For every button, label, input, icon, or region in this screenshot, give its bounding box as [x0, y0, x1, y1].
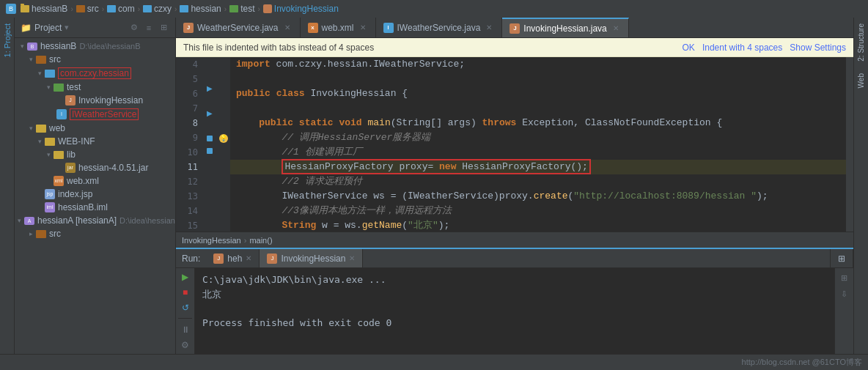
- tab-close-webxml[interactable]: ✕: [358, 23, 368, 33]
- notification-settings[interactable]: Show Settings: [790, 42, 846, 53]
- tree-item-src2[interactable]: ▸ src: [15, 227, 175, 240]
- tree-item-package[interactable]: ▾ com.czxy.hessian: [15, 66, 175, 81]
- sidebar-actions: ⚙ ≡ ⊞: [128, 22, 169, 34]
- run-tab-close-heh[interactable]: ✕: [246, 254, 251, 262]
- run-output: C:\java\jdk\JDK\bin\java.exe ... 北京 Proc…: [195, 268, 834, 354]
- title-bar: B hessianB › src › com › czxy ›: [0, 0, 868, 18]
- tree-label-hessianA: hessianA [hessianA]: [37, 215, 117, 226]
- bottom-right-btn-1[interactable]: ⊞: [838, 271, 851, 284]
- right-scrollbar[interactable]: [846, 57, 853, 232]
- code-line-7: [230, 101, 846, 116]
- code-line-10: //1 创建调用工厂: [230, 145, 846, 160]
- tab-icon-weatherservice: J: [183, 23, 194, 33]
- tree-arrow-src[interactable]: ▾: [26, 55, 35, 64]
- status-url: http://blog.csdn.net @61CTO博客: [742, 357, 862, 368]
- run-content-area: ▶ ■ ↺ ⏸ ⚙ C:\java\jdk\JDK\bin\java.exe .…: [176, 268, 853, 354]
- tab-weatherservice[interactable]: J WeatherService.java ✕: [176, 18, 301, 37]
- tree-arrow-package[interactable]: ▾: [35, 69, 44, 78]
- tab-invokinghessian[interactable]: J InvokingHessian.java ✕: [502, 18, 628, 37]
- gutter-arrow-8[interactable]: ▶: [207, 109, 213, 117]
- run-panel-expand[interactable]: ⊞: [830, 249, 853, 267]
- sidebar-action-collapse[interactable]: ⊞: [158, 22, 169, 34]
- run-tab-close-invoking[interactable]: ✕: [349, 254, 355, 262]
- code-line-4: import com.czxy.hessian.IWeatherService;: [230, 57, 846, 72]
- tree-item-jsp[interactable]: ▸ jsp index.jsp: [15, 188, 175, 201]
- bottom-panel: Run: J heh ✕ J InvokingHessian ✕ ⊞: [176, 248, 853, 354]
- code-content[interactable]: import com.czxy.hessian.IWeatherService;…: [230, 57, 846, 232]
- tab-close-iweatherservice[interactable]: ✕: [484, 23, 494, 33]
- tree-icon-webxml: xml: [53, 176, 65, 186]
- tree-item-jar[interactable]: ▸ jar hessian-4.0.51.jar: [15, 161, 175, 174]
- tab-close-weatherservice[interactable]: ✕: [282, 23, 293, 33]
- tree-item-test[interactable]: ▾ test: [15, 81, 175, 94]
- tab-icon-webxml: x: [308, 23, 318, 33]
- tree-arrow-webinf[interactable]: ▾: [35, 137, 44, 146]
- tree-label-iml: hessianB.iml: [58, 202, 108, 212]
- tree-arrow-src2[interactable]: ▸: [26, 229, 35, 238]
- tree-icon-webinf: [44, 136, 56, 147]
- tree-icon-package: [44, 68, 56, 78]
- tab-webxml[interactable]: x web.xml ✕: [301, 18, 376, 37]
- tree-icon-hessianB: B: [26, 41, 38, 51]
- tree-item-lib[interactable]: ▾ lib: [15, 148, 175, 161]
- tree-item-hessianB[interactable]: ▾ B hessianB D:\idea\hessianB: [15, 40, 175, 53]
- gutter-arrow-6[interactable]: ▶: [207, 84, 213, 92]
- run-btn-rerun[interactable]: ↺: [179, 302, 192, 314]
- tree-arrow-lib[interactable]: ▾: [44, 150, 53, 159]
- run-btn-stop[interactable]: ■: [179, 286, 192, 299]
- tree-item-iweather[interactable]: ▸ I IWeatherService: [15, 107, 175, 122]
- sidebar-header: 📁 Project ▾ ⚙ ≡ ⊞: [15, 18, 175, 38]
- run-btn-settings[interactable]: ⚙: [179, 338, 192, 351]
- tab-close-invokinghessian[interactable]: ✕: [611, 23, 621, 34]
- tree-item-invoking[interactable]: ▸ J InvokingHessian: [15, 94, 175, 107]
- gutter-bulb-10[interactable]: 💡: [219, 134, 228, 143]
- tree-arrow-test[interactable]: ▾: [44, 83, 53, 92]
- tree-label-iweather: IWeatherService: [70, 108, 139, 120]
- notification-ok[interactable]: OK: [683, 42, 695, 53]
- tree-item-webinf[interactable]: ▾ WEB-INF: [15, 135, 175, 148]
- code-line-6: public class InvokingHessian {: [230, 86, 846, 101]
- notification-bar: This file is indented with tabs instead …: [176, 38, 853, 57]
- breadcrumb-project-name: hessianB: [32, 4, 67, 14]
- notification-indent[interactable]: Indent with 4 spaces: [702, 42, 782, 53]
- breadcrumb-method: main(): [249, 236, 272, 245]
- code-line-13: IWeatherService ws = (IWeatherService)pr…: [230, 189, 846, 204]
- tab-label-webxml: web.xml: [322, 23, 354, 33]
- tree-arrow-web[interactable]: ▾: [26, 124, 35, 133]
- code-line-9: // 调用HessianServer服务器端: [230, 130, 846, 145]
- tree-item-web[interactable]: ▾ web: [15, 122, 175, 135]
- tree-label-package: com.czxy.hessian: [58, 67, 131, 79]
- tree-label-jsp: index.jsp: [58, 189, 92, 199]
- tree-item-iml[interactable]: ▸ iml hessianB.iml: [15, 201, 175, 214]
- editor-tabs: J WeatherService.java ✕ x web.xml ✕ I IW…: [176, 18, 853, 38]
- bottom-right-btn-2[interactable]: ⇩: [838, 287, 851, 300]
- tree-label-invoking: InvokingHessian: [78, 95, 143, 106]
- project-tree: ▾ B hessianB D:\idea\hessianB ▾ src ▾: [15, 38, 175, 354]
- sidebar-action-scroll[interactable]: ≡: [143, 22, 155, 34]
- vtab-web[interactable]: Web: [856, 67, 867, 94]
- tree-label-hessianB: hessianB: [40, 41, 76, 51]
- notification-actions: OK Indent with 4 spaces Show Settings: [683, 42, 846, 53]
- run-btn-pause[interactable]: ⏸: [179, 323, 192, 336]
- content-area: J WeatherService.java ✕ x web.xml ✕ I IW…: [176, 18, 853, 354]
- sidebar-action-settings[interactable]: ⚙: [128, 22, 140, 34]
- tab-iweatherservice[interactable]: I IWeatherService.java ✕: [376, 18, 503, 37]
- tree-label-lib: lib: [67, 149, 76, 160]
- tree-arrow-hessianA[interactable]: ▾: [15, 216, 23, 225]
- run-label: Run:: [176, 254, 206, 264]
- run-tabs: Run: J heh ✕ J InvokingHessian ✕ ⊞: [176, 249, 853, 268]
- run-tab-invoking[interactable]: J InvokingHessian ✕: [260, 249, 363, 267]
- run-tab-label-invoking: InvokingHessian: [281, 254, 345, 264]
- vtab-project[interactable]: 1: Project: [1, 18, 14, 63]
- sidebar-title: 📁 Project ▾: [21, 23, 69, 33]
- tab-icon-iweatherservice: I: [383, 23, 394, 33]
- tree-item-hessianA[interactable]: ▾ A hessianA [hessianA] D:\idea\hessianA: [15, 214, 175, 227]
- vtab-structure[interactable]: 2: Structure: [856, 18, 867, 67]
- run-tab-heh[interactable]: J heh ✕: [206, 249, 260, 267]
- tree-label-src2: src: [49, 229, 61, 239]
- tree-item-webxml[interactable]: ▸ xml web.xml: [15, 174, 175, 188]
- run-btn-play[interactable]: ▶: [179, 271, 192, 284]
- tree-arrow-hessianB[interactable]: ▾: [18, 42, 26, 51]
- tree-item-src[interactable]: ▾ src: [15, 53, 175, 66]
- code-line-8: public static void main(String[] args) t…: [230, 116, 846, 130]
